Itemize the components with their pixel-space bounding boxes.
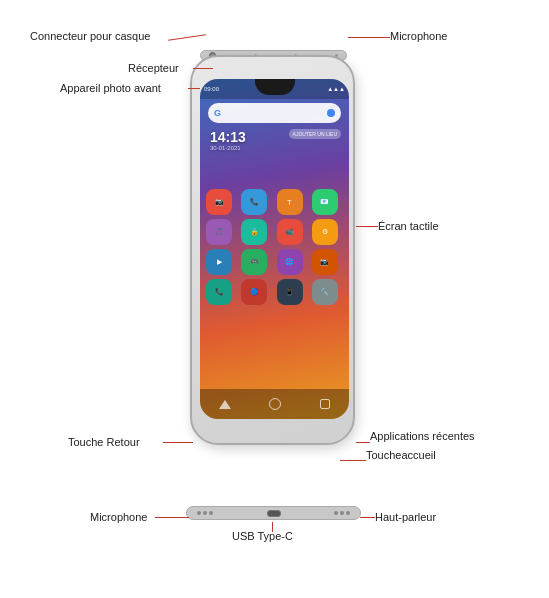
home-button-icon	[269, 398, 281, 410]
phone-time: 14:13 30-01-2021	[210, 129, 246, 151]
phone-screen: 09:00 ▲▲▲ G 14:13 30-01-2021 AJOUTER UN …	[200, 79, 349, 419]
line-touche-retour	[163, 442, 193, 443]
label-applications-recentes: Applications récentes	[370, 430, 475, 442]
label-recepteur: Récepteur	[128, 62, 179, 74]
line-haut-parleur	[360, 517, 375, 518]
app-icon-2: 📞	[241, 189, 267, 215]
app-icon-16: 🔧	[312, 279, 338, 305]
label-connecteur-casque: Connecteur pour casque	[30, 30, 150, 42]
mic-hole-3	[209, 511, 213, 515]
line-ecran-tactile	[356, 226, 378, 227]
app-icon-6: 🔒	[241, 219, 267, 245]
add-location-button: AJOUTER UN LIEU	[289, 129, 341, 139]
line-microphone-top	[348, 37, 390, 38]
line-usb-type-c	[272, 522, 273, 532]
label-touche-accueil: Toucheaccueil	[366, 449, 436, 461]
app-icon-8: ⚙	[312, 219, 338, 245]
app-icon-11: 🌐	[277, 249, 303, 275]
recents-button-icon	[320, 399, 330, 409]
app-grid: 📷 📞 T 📧 🎵 🔒 📹 ⚙ ▶ 🎮 🌐 📷 📞 🔵 📱 🔧	[204, 189, 345, 305]
line-appareil-photo	[188, 88, 200, 89]
app-icon-5: 🎵	[206, 219, 232, 245]
app-icon-1: 📷	[206, 189, 232, 215]
app-icon-3: T	[277, 189, 303, 215]
line-connecteur-casque	[168, 34, 206, 40]
back-button-icon	[219, 400, 231, 409]
speaker-hole-2	[340, 511, 344, 515]
mic-hole-1	[197, 511, 201, 515]
bottom-bar	[186, 506, 361, 520]
app-icon-14: 🔵	[241, 279, 267, 305]
usb-port	[267, 510, 281, 517]
label-touche-retour: Touche Retour	[68, 436, 140, 448]
app-icon-4: 📧	[312, 189, 338, 215]
speaker-holes-right	[334, 511, 350, 515]
label-usb-type-c: USB Type-C	[232, 530, 293, 542]
google-logo: G	[214, 108, 221, 118]
app-icon-7: 📹	[277, 219, 303, 245]
line-recepteur	[193, 68, 213, 69]
app-icon-9: ▶	[206, 249, 232, 275]
mic-hole-2	[203, 511, 207, 515]
phone-body: 09:00 ▲▲▲ G 14:13 30-01-2021 AJOUTER UN …	[190, 55, 355, 445]
phone-nav-bar	[200, 389, 349, 419]
google-mic-icon	[327, 109, 335, 117]
phone-date: 30-01-2021	[210, 145, 246, 151]
label-ecran-tactile: Écran tactile	[378, 220, 439, 232]
line-touche-accueil	[340, 460, 366, 461]
app-icon-12: 📷	[312, 249, 338, 275]
speaker-hole-3	[346, 511, 350, 515]
app-icon-15: 📱	[277, 279, 303, 305]
status-icons: ▲▲▲	[327, 86, 345, 92]
app-icon-13: 📞	[206, 279, 232, 305]
google-search-bar[interactable]: G	[208, 103, 341, 123]
speaker-hole-1	[334, 511, 338, 515]
status-time: 09:00	[204, 86, 219, 92]
label-microphone-bottom: Microphone	[90, 511, 147, 523]
label-microphone-top: Microphone	[390, 30, 447, 42]
label-appareil-photo: Appareil photo avant	[60, 82, 161, 94]
diagram-container: 09:00 ▲▲▲ G 14:13 30-01-2021 AJOUTER UN …	[0, 0, 549, 598]
label-haut-parleur: Haut-parleur	[375, 511, 436, 523]
microphone-holes-left	[197, 511, 213, 515]
line-applications-recentes	[356, 442, 370, 443]
line-microphone-bottom	[155, 517, 189, 518]
app-icon-10: 🎮	[241, 249, 267, 275]
